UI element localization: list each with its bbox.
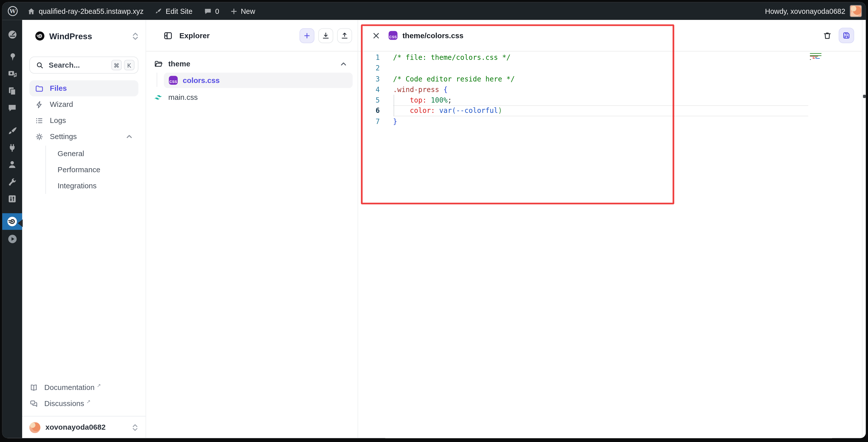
kbd-k: K xyxy=(124,60,134,70)
edit-site-menu[interactable]: Edit Site xyxy=(149,2,198,20)
sidebar-item-settings[interactable] xyxy=(2,193,22,204)
sidebar-item-users[interactable] xyxy=(2,159,22,170)
tailwind-icon xyxy=(154,94,163,100)
sidebar-item-label: Wizard xyxy=(50,100,73,109)
sidebar-item-performance[interactable]: Performance xyxy=(54,162,138,178)
file-row-main-css[interactable]: main.css xyxy=(154,90,355,105)
search-input[interactable]: Search... ⌘ K xyxy=(29,57,138,73)
screenshot-stage: W qualified-ray-2bea55.instawp.xyz Edit … xyxy=(0,0,868,442)
sidebar-item-dashboard[interactable] xyxy=(2,29,22,40)
user-menu[interactable]: xovonayoda0682 xyxy=(29,417,138,438)
wrench-icon xyxy=(7,177,17,187)
folder-row-theme[interactable]: theme xyxy=(154,57,355,71)
site-name: qualified-ray-2bea55.instawp.xyz xyxy=(39,7,144,15)
open-folder-icon xyxy=(154,59,163,69)
code-line[interactable]: 5 top: 100%; xyxy=(358,95,866,106)
file-name: main.css xyxy=(168,93,198,101)
comments-menu[interactable]: 0 xyxy=(198,2,225,20)
external-link-icon: ↗ xyxy=(97,383,101,388)
sidebar-item-collapse[interactable] xyxy=(2,233,22,244)
upload-button[interactable] xyxy=(337,28,352,43)
play-circle-icon xyxy=(7,233,18,244)
file-row-colors-css[interactable]: CSS colors.css xyxy=(164,73,352,88)
submenu-label: Performance xyxy=(58,166,100,174)
settings-submenu: General Performance Integrations xyxy=(45,146,138,194)
code-line[interactable]: 1/* file: theme/colors.css */ xyxy=(358,52,866,63)
plus-icon xyxy=(230,7,238,15)
sidebar-item-pages[interactable] xyxy=(2,85,22,96)
line-number: 7 xyxy=(358,116,380,127)
wordpress-logo-icon: W xyxy=(7,5,18,17)
svg-text:W: W xyxy=(9,8,16,14)
chevron-up-icon xyxy=(340,60,347,68)
wp-admin-menu-rail xyxy=(2,20,22,438)
sidebar-item-label: Files xyxy=(50,84,67,92)
line-number: 2 xyxy=(358,63,380,73)
scrollbar-thumb[interactable] xyxy=(863,95,866,98)
home-icon xyxy=(27,7,35,15)
close-icon xyxy=(372,31,380,39)
code-minimap[interactable] xyxy=(810,53,826,60)
sidebar-item-logs[interactable]: Logs xyxy=(29,112,138,128)
panel-collapse-icon[interactable] xyxy=(163,31,173,40)
close-tab-button[interactable] xyxy=(372,31,380,39)
user-avatar[interactable] xyxy=(850,5,862,17)
chevron-updown-icon[interactable] xyxy=(132,31,139,40)
download-icon xyxy=(322,31,330,39)
code-editor[interactable]: 1/* file: theme/colors.css */2 3/* Code … xyxy=(358,52,866,127)
gear-icon xyxy=(35,132,44,141)
sidebar-item-media[interactable] xyxy=(2,68,22,79)
sidebar-item-appearance[interactable] xyxy=(2,125,22,136)
editor-tab-title[interactable]: theme/colors.css xyxy=(402,31,463,39)
kbd-cmd: ⌘ xyxy=(111,60,122,70)
browser-viewport: W qualified-ray-2bea55.instawp.xyz Edit … xyxy=(2,2,866,438)
active-menu-arrow xyxy=(18,219,23,227)
save-file-button[interactable] xyxy=(839,28,854,43)
code-line[interactable]: 3/* Code editor reside here */ xyxy=(358,73,866,84)
code-line[interactable]: 2 xyxy=(358,63,866,73)
sidebar-item-plugins[interactable] xyxy=(2,142,22,153)
sidebar-item-settings[interactable]: Settings xyxy=(29,128,138,145)
chevron-updown-icon xyxy=(132,423,138,432)
sidebar-item-wizard[interactable]: Wizard xyxy=(29,96,138,112)
search-icon xyxy=(36,61,44,69)
howdy-text[interactable]: Howdy, xovonayoda0682 xyxy=(765,7,845,15)
comment-bubble-icon xyxy=(204,7,212,15)
chat-bubbles-icon xyxy=(29,399,38,408)
download-button[interactable] xyxy=(318,28,333,43)
sidebar-item-comments[interactable] xyxy=(2,102,22,114)
external-link-icon: ↗ xyxy=(87,399,91,404)
plus-icon xyxy=(303,31,311,39)
discussions-link[interactable]: Discussions ↗ xyxy=(29,395,138,412)
sidebar-item-general[interactable]: General xyxy=(54,146,138,162)
sidebar-item-label: Settings xyxy=(50,132,76,141)
scrollbar-track[interactable] xyxy=(862,20,866,438)
sidebar-item-files[interactable]: Files xyxy=(29,80,138,96)
sidebar-item-posts[interactable] xyxy=(2,52,22,63)
book-icon xyxy=(29,383,38,392)
code-line[interactable]: 6 color: var(--colorful) xyxy=(358,106,866,116)
delete-file-button[interactable] xyxy=(823,31,832,40)
windpress-header[interactable]: WindPress xyxy=(22,20,146,52)
documentation-link[interactable]: Documentation ↗ xyxy=(29,379,138,395)
sliders-icon xyxy=(7,194,17,204)
folder-name: theme xyxy=(168,60,190,68)
new-label: New xyxy=(241,7,255,15)
windpress-icon xyxy=(6,215,18,228)
sidebar-item-integrations[interactable]: Integrations xyxy=(54,178,138,194)
new-file-button[interactable] xyxy=(300,28,314,43)
sidebar-item-tools[interactable] xyxy=(2,177,22,188)
dashboard-gauge-icon xyxy=(7,29,18,40)
wp-logo-menu[interactable]: W xyxy=(2,2,22,20)
new-menu[interactable]: New xyxy=(225,2,260,20)
code-line[interactable]: 4.wind-press { xyxy=(358,84,866,95)
sidebar-item-label: Logs xyxy=(50,116,66,125)
code-line[interactable]: 7} xyxy=(358,116,866,127)
appearance-brush-icon xyxy=(7,125,18,136)
windpress-logo-icon xyxy=(35,31,45,41)
site-menu[interactable]: qualified-ray-2bea55.instawp.xyz xyxy=(22,2,149,20)
css-file-icon: CSS xyxy=(169,76,178,85)
comments-icon xyxy=(7,103,17,113)
panel-title: Explorer xyxy=(180,31,210,39)
submenu-label: General xyxy=(58,150,84,158)
